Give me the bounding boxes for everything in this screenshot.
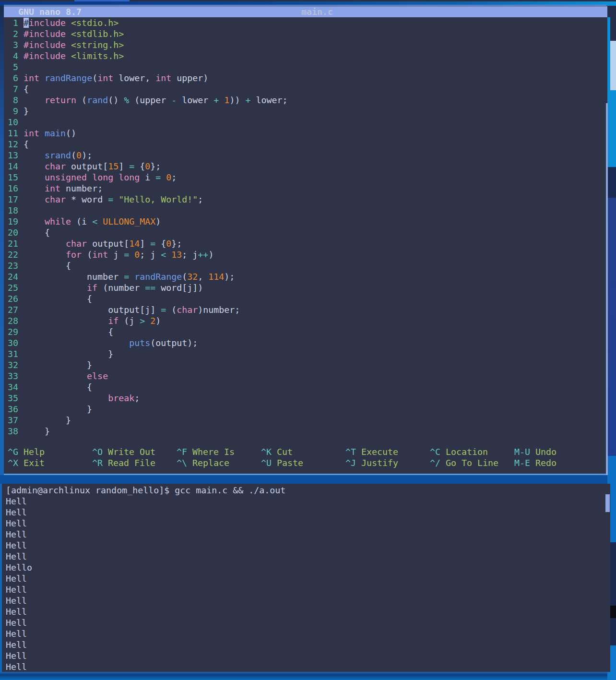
code-line: 10 (8, 117, 287, 128)
shortcut-execute[interactable]: ^T Execute (345, 446, 398, 457)
shortcut-location[interactable]: ^C Location (430, 446, 488, 457)
code-line: 33 else (8, 370, 287, 382)
nano-editor-pane[interactable]: GNU nano 8.7 main.c 1 #include <stdio.h>… (4, 6, 607, 475)
code-line: 36 } (8, 404, 287, 415)
nano-window-scrollbar[interactable] (606, 103, 608, 475)
window-separator (0, 475, 607, 484)
code-line: 31 } (8, 348, 287, 359)
code-line: 26 { (8, 293, 287, 304)
terminal-output-line: Hell (6, 540, 285, 551)
shortcut-paste[interactable]: ^U Paste (261, 457, 303, 468)
code-line: 1 #include <stdio.h> (8, 17, 287, 28)
code-line: 9 } (8, 106, 287, 117)
terminal-output-line: Hell (6, 529, 285, 540)
text-cursor: # (24, 18, 29, 28)
code-line: 2 #include <stdlib.h> (8, 28, 287, 39)
code-line: 37 } (8, 415, 287, 426)
code-line: 18 (8, 205, 287, 216)
terminal-pane[interactable]: [admin@archlinux random_hello]$ gcc main… (2, 484, 610, 672)
background-dark-patch (610, 17, 616, 41)
code-line: 19 while (i < ULLONG_MAX) (8, 216, 287, 227)
terminal-output-line: Hell (6, 573, 285, 584)
background-dark-patch (609, 606, 616, 618)
code-line: 14 char output[15] = {0}; (8, 161, 287, 172)
code-line: 24 number = randRange(32, 114); (8, 271, 287, 282)
shortcut-row-2: ^X Exit^R Read File^\ Replace^U Paste^J … (4, 457, 607, 468)
terminal-output: [admin@archlinux random_hello]$ gcc main… (2, 485, 285, 672)
code-line: 13 srand(0); (8, 150, 287, 161)
code-line: 21 char output[14] = {0}; (8, 238, 287, 249)
terminal-output-line: Hell (6, 617, 285, 628)
scrollbar-thumb[interactable] (605, 494, 610, 512)
code-line: 5 (8, 61, 287, 72)
terminal-output-line: Hell (6, 507, 285, 518)
shortcut-redo[interactable]: M-E Redo (514, 457, 557, 468)
terminal-output-line: Hell (6, 518, 285, 529)
code-line: 15 unsigned long long i = 0; (8, 172, 287, 183)
code-line: 22 for (int j = 0; j < 13; j++) (8, 249, 287, 260)
terminal-output-line: Hell (6, 628, 285, 639)
shortcut-write-out[interactable]: ^O Write Out (92, 446, 155, 457)
terminal-output-line: Hell (6, 496, 285, 507)
terminal-output-line: Hell (6, 584, 285, 595)
terminal-output-line: Hell (6, 551, 285, 562)
shortcut-replace[interactable]: ^\ Replace (177, 457, 229, 468)
terminal-prompt-line: [admin@archlinux random_hello]$ gcc main… (6, 485, 285, 496)
background-dark-patch (607, 6, 616, 17)
shortcut-where-is[interactable]: ^F Where Is (177, 446, 235, 457)
shortcut-justify[interactable]: ^J Justify (345, 457, 398, 468)
code-line: 27 output[j] = (char)number; (8, 304, 287, 315)
terminal-output-line: Hell (6, 650, 285, 661)
code-line: 7 { (8, 84, 287, 95)
code-line: 11 int main() (8, 128, 287, 139)
code-line: 12 { (8, 139, 287, 150)
shortcut-go-to-line[interactable]: ^/ Go To Line (430, 457, 498, 468)
shortcut-exit[interactable]: ^X Exit (8, 457, 45, 468)
terminal-output-line: Hell (6, 661, 285, 672)
wallpaper-strip-bottom (0, 672, 607, 680)
code-line: 16 int number; (8, 183, 287, 194)
wallpaper-strip-top-accent (74, 0, 130, 1)
background-window-scrollbar (610, 41, 616, 90)
code-line: 25 if (number == word[j]) (8, 282, 287, 293)
code-line: 28 if (j > 2) (8, 315, 287, 326)
nano-version-label: GNU nano 8.7 (18, 6, 82, 17)
shortcut-read-file[interactable]: ^R Read File (92, 457, 155, 468)
code-line: 30 puts(output); (8, 337, 287, 348)
terminal-output-line: Hell (6, 606, 285, 617)
code-line: 35 break; (8, 393, 287, 404)
wallpaper-segment (607, 167, 616, 198)
code-line: 38 } (8, 426, 287, 437)
shortcut-undo[interactable]: M-U Undo (514, 446, 557, 457)
shortcut-row-1: ^G Help^O Write Out^F Where Is^K Cut^T E… (4, 446, 607, 457)
code-line: 34 { (8, 382, 287, 393)
code-line: 17 char * word = "Hello, World!"; (8, 194, 287, 205)
terminal-output-line: Hell (6, 595, 285, 606)
code-area[interactable]: 1 #include <stdio.h> 2 #include <stdlib.… (4, 17, 287, 437)
shortcut-help[interactable]: ^G Help (8, 446, 45, 457)
code-line: 6 int randRange(int lower, int upper) (8, 72, 287, 84)
wallpaper-segment (607, 198, 616, 456)
shortcut-cut[interactable]: ^K Cut (261, 446, 293, 457)
code-line: 20 { (8, 227, 287, 238)
filename-label: main.c (301, 6, 333, 17)
terminal-output-line: Hell (6, 639, 285, 650)
code-line: 23 { (8, 260, 287, 271)
code-line: 8 return (rand() % (upper - lower + 1)) … (8, 95, 287, 106)
code-line: 32 } (8, 359, 287, 370)
code-line: 29 { (8, 326, 287, 337)
code-line: 3 #include <string.h> (8, 39, 287, 50)
terminal-output-line: Hello (6, 562, 285, 573)
nano-titlebar: GNU nano 8.7 main.c (4, 6, 607, 17)
code-line: 4 #include <limits.h> (8, 50, 287, 61)
